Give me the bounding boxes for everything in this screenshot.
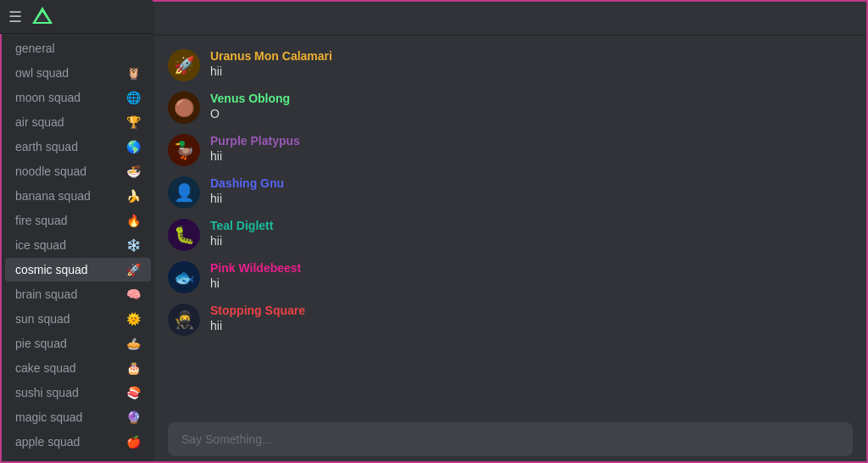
- message-item: 🐟Pink Wildebeesthi: [168, 256, 853, 298]
- sidebar-item-ice-squad[interactable]: ice squad❄️: [5, 233, 151, 257]
- message-text: O: [210, 107, 290, 120]
- sidebar-item-label: general: [15, 42, 141, 55]
- sidebar-item-earth-squad[interactable]: earth squad🌎: [5, 135, 151, 159]
- avatar: 👤: [168, 176, 200, 209]
- sidebar-item-emoji: 🚀: [126, 263, 141, 276]
- sidebar-item-label: air squad: [15, 115, 121, 129]
- sidebar-item-magic-squad[interactable]: magic squad🔮: [5, 405, 151, 429]
- sidebar-item-emoji: 🏆: [126, 115, 141, 129]
- sidebar-item-label: brain squad: [15, 287, 121, 301]
- sidebar-item-label: sushi squad: [15, 386, 121, 399]
- message-author: Venus Oblong: [210, 92, 290, 105]
- sidebar-item-emoji: 🔮: [126, 410, 141, 424]
- chat-input[interactable]: [168, 422, 853, 456]
- sidebar-item-emoji: 🌎: [126, 140, 141, 153]
- message-item: 🦆Purple Platypushii: [168, 129, 853, 171]
- message-item: 🚀Uranus Mon Calamarihii: [168, 44, 853, 86]
- sidebar-item-emoji: 🍜: [126, 165, 141, 178]
- main-topbar: [154, 2, 866, 36]
- sidebar-item-emoji: 🧠: [126, 287, 141, 301]
- topbar: ☰: [0, 0, 153, 34]
- message-text: hii: [210, 64, 332, 78]
- sidebar-item-label: owl squad: [15, 66, 121, 80]
- main-content: 🚀Uranus Mon Calamarihii🟤Venus OblongO🦆Pu…: [154, 2, 866, 463]
- sidebar-item-label: earth squad: [15, 140, 121, 153]
- sidebar-item-label: pie squad: [15, 337, 121, 350]
- sidebar-item-emoji: 🍣: [126, 386, 141, 399]
- sidebar-item-emoji: 🌞: [126, 312, 141, 326]
- sidebar-item-label: sun squad: [15, 312, 121, 326]
- input-area: [154, 414, 866, 463]
- sidebar-item-label: magic squad: [15, 410, 121, 424]
- message-body: Purple Platypushii: [210, 134, 300, 163]
- avatar: 🐛: [168, 219, 200, 251]
- message-body: Venus OblongO: [210, 92, 290, 120]
- sidebar-item-owl-squad[interactable]: owl squad🦉: [5, 61, 151, 85]
- message-author: Teal Diglett: [210, 219, 273, 232]
- avatar: 🟤: [168, 92, 200, 124]
- sidebar-item-label: apple squad: [15, 435, 121, 449]
- sidebar-item-emoji: 🍌: [126, 189, 141, 203]
- message-text: hii: [210, 234, 273, 248]
- avatar: 🐟: [168, 261, 200, 293]
- message-author: Pink Wildebeest: [210, 261, 301, 275]
- sidebar-item-cake-squad[interactable]: cake squad🎂: [5, 356, 151, 380]
- sidebar-item-emoji: 🌐: [126, 91, 141, 104]
- message-body: Pink Wildebeesthi: [210, 261, 301, 290]
- message-text: hii: [210, 319, 305, 332]
- sidebar-item-emoji: 🎂: [126, 361, 141, 375]
- sidebar-item-sun-squad[interactable]: sun squad🌞: [5, 307, 151, 331]
- message-item: 🥷Stopping Squarehii: [168, 298, 853, 341]
- message-body: Dashing Gnuhii: [210, 176, 284, 205]
- sidebar-item-fire-squad[interactable]: fire squad🔥: [5, 209, 151, 232]
- avatar: 🥷: [168, 304, 200, 336]
- sidebar-item-emoji: 🍎: [126, 435, 141, 449]
- message-body: Stopping Squarehii: [210, 304, 305, 332]
- messages-area: 🚀Uranus Mon Calamarihii🟤Venus OblongO🦆Pu…: [154, 36, 866, 414]
- message-text: hi: [210, 276, 301, 290]
- message-text: hii: [210, 149, 300, 163]
- sidebar-item-emoji: ❄️: [126, 238, 141, 252]
- sidebar: generalowl squad🦉moon squad🌐air squad🏆ea…: [2, 2, 154, 463]
- sidebar-item-apple-squad[interactable]: apple squad🍎: [5, 430, 151, 454]
- sidebar-item-pie-squad[interactable]: pie squad🥧: [5, 332, 151, 355]
- message-item: 🟤Venus OblongO: [168, 86, 853, 129]
- sidebar-item-emoji: 🥧: [126, 337, 141, 350]
- message-body: Teal Digletthii: [210, 219, 273, 248]
- sidebar-item-noodle-squad[interactable]: noodle squad🍜: [5, 159, 151, 183]
- message-author: Uranus Mon Calamari: [210, 49, 332, 63]
- sidebar-item-sushi-squad[interactable]: sushi squad🍣: [5, 381, 151, 404]
- message-body: Uranus Mon Calamarihii: [210, 49, 332, 78]
- hamburger-icon[interactable]: ☰: [8, 8, 22, 26]
- message-author: Stopping Square: [210, 304, 305, 317]
- avatar: 🦆: [168, 134, 200, 166]
- sidebar-item-banana-squad[interactable]: banana squad🍌: [5, 184, 151, 208]
- sidebar-item-label: noodle squad: [15, 165, 121, 178]
- sidebar-item-cosmic-squad[interactable]: cosmic squad🚀: [5, 258, 151, 282]
- sidebar-item-label: cosmic squad: [15, 263, 121, 276]
- sidebar-item-label: fire squad: [15, 214, 121, 227]
- sidebar-item-emoji: 🔥: [126, 214, 141, 227]
- sidebar-item-general[interactable]: general: [5, 36, 151, 60]
- avatar: 🚀: [168, 49, 200, 81]
- message-author: Purple Platypus: [210, 134, 300, 148]
- sidebar-item-label: banana squad: [15, 189, 121, 203]
- sidebar-item-label: moon squad: [15, 91, 121, 104]
- message-author: Dashing Gnu: [210, 176, 284, 190]
- sidebar-item-moon-squad[interactable]: moon squad🌐: [5, 86, 151, 109]
- sidebar-item-emoji: 🦉: [126, 66, 141, 80]
- message-item: 👤Dashing Gnuhii: [168, 171, 853, 214]
- message-text: hii: [210, 192, 284, 205]
- sidebar-item-label: cake squad: [15, 361, 121, 375]
- logo-icon: [31, 5, 54, 29]
- sidebar-item-air-squad[interactable]: air squad🏆: [5, 110, 151, 134]
- sidebar-item-brain-squad[interactable]: brain squad🧠: [5, 282, 151, 306]
- message-item: 🐛Teal Digletthii: [168, 214, 853, 256]
- sidebar-item-label: ice squad: [15, 238, 121, 252]
